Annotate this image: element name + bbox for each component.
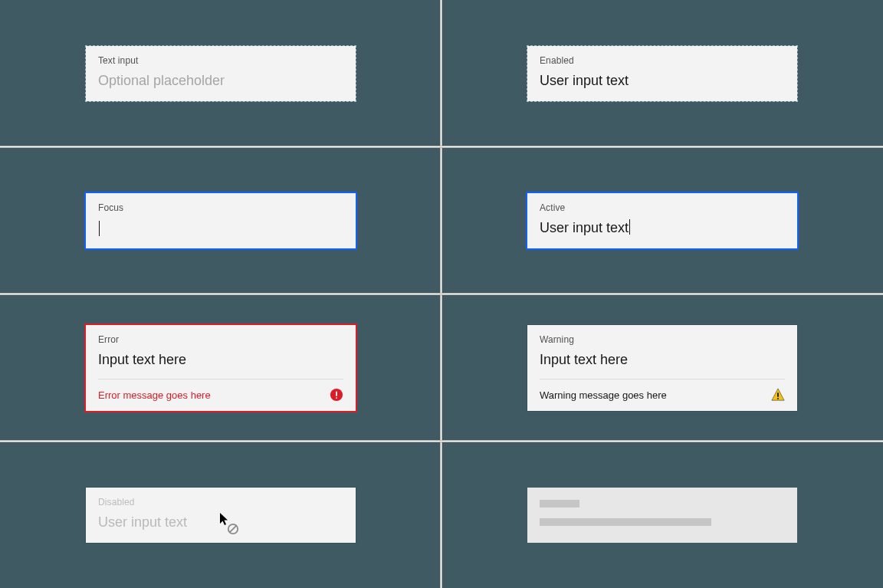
field-label: Focus — [98, 202, 123, 213]
text-input-active[interactable]: Active User input text — [527, 193, 797, 248]
divider — [98, 379, 343, 379]
divider — [540, 379, 785, 379]
states-grid: Text input Optional placeholder Enabled … — [0, 0, 883, 588]
skeleton-bar — [540, 500, 579, 508]
svg-rect-1 — [336, 392, 337, 396]
field-label: Active — [540, 202, 565, 213]
error-message: Error message goes here — [98, 389, 211, 401]
field-placeholder: Optional placeholder — [98, 72, 343, 90]
svg-rect-2 — [336, 397, 337, 399]
warning-message: Warning message goes here — [540, 389, 667, 401]
svg-rect-4 — [777, 398, 779, 399]
field-label: Text input — [98, 55, 138, 66]
text-input-focus[interactable]: Focus — [86, 193, 356, 248]
text-input-warning[interactable]: Warning Input text here Warning message … — [527, 325, 797, 411]
text-caret — [99, 221, 100, 236]
field-label: Error — [98, 334, 119, 345]
field-label: Disabled — [98, 497, 135, 508]
field-value: Input text here — [540, 351, 785, 369]
svg-rect-3 — [777, 393, 779, 396]
text-input-error[interactable]: Error Input text here Error message goes… — [86, 325, 356, 411]
error-filled-icon — [330, 388, 343, 402]
text-input-default[interactable]: Text input Optional placeholder — [86, 46, 356, 101]
field-label: Enabled — [540, 55, 574, 66]
skeleton-bar — [540, 518, 711, 526]
field-label: Warning — [540, 334, 574, 345]
svg-line-6 — [230, 525, 237, 532]
field-value: User input text — [540, 219, 785, 237]
text-input-disabled: Disabled User input text — [86, 488, 356, 543]
text-input-enabled[interactable]: Enabled User input text — [527, 46, 797, 101]
text-input-skeleton — [527, 488, 797, 543]
text-caret — [629, 219, 630, 235]
field-value: User input text — [540, 72, 785, 90]
not-allowed-cursor-icon — [219, 512, 245, 538]
field-value: Input text here — [98, 351, 343, 369]
warning-filled-icon — [771, 388, 785, 402]
